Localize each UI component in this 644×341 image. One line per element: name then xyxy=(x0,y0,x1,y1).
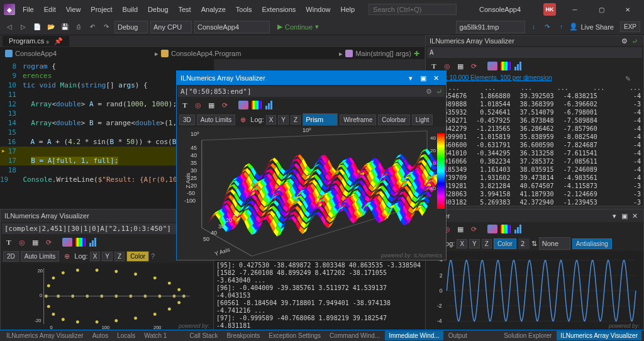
redo-icon[interactable]: ↷ xyxy=(101,21,112,33)
menu-debug[interactable]: Debug xyxy=(143,3,173,16)
gear-icon[interactable]: ⚙ xyxy=(426,87,432,96)
value-table[interactable]: ..................-40.5546761.86688039.3… xyxy=(426,82,643,206)
reset-icon[interactable]: ⤾ xyxy=(630,37,640,45)
wireframe-button[interactable]: Wireframe xyxy=(340,115,376,125)
bottom-tab[interactable]: Output xyxy=(445,331,471,340)
platform-select[interactable]: Any CPU xyxy=(150,21,192,33)
live-share-button[interactable]: 👤 Live Share xyxy=(569,23,614,31)
refresh-icon[interactable]: ⟳ xyxy=(468,223,479,235)
help-icon[interactable]: ? xyxy=(151,252,155,260)
close-button[interactable]: ✕ xyxy=(615,2,640,17)
save-all-icon[interactable]: ⎙ xyxy=(73,21,84,33)
axis-y-button[interactable]: Y xyxy=(102,252,113,261)
crosshair-icon[interactable]: ⊕ xyxy=(237,114,248,125)
grid-icon[interactable]: ▦ xyxy=(455,60,466,72)
limits-link[interactable]: Limits: 10,000 Elements, 100 per dimensi… xyxy=(426,73,643,82)
axis-x-button[interactable]: X xyxy=(90,252,101,261)
axis-x-button[interactable]: X xyxy=(457,239,467,249)
menu-help[interactable]: Help xyxy=(335,3,360,16)
dropdown-icon[interactable]: ▾ xyxy=(609,212,619,220)
pin-icon[interactable]: ▣ xyxy=(619,212,630,220)
bottom-tab[interactable]: Immediate Wind... xyxy=(385,331,443,340)
bars-icon[interactable] xyxy=(88,237,99,248)
edit-icon[interactable]: ✎ xyxy=(625,75,631,83)
bottom-tab[interactable]: Breakpoints xyxy=(223,331,264,340)
width-input[interactable] xyxy=(518,238,530,249)
close-icon[interactable]: ✕ xyxy=(430,74,442,82)
line-chart[interactable]: 4 2 0 -2 -4 powered by: xyxy=(426,251,643,330)
menu-window[interactable]: Window xyxy=(301,3,335,16)
menu-view[interactable]: View xyxy=(61,3,86,16)
menu-test[interactable]: Test xyxy=(174,3,196,16)
menu-tools[interactable]: Tools xyxy=(231,3,257,16)
reset-icon[interactable]: ⤾ xyxy=(436,87,442,96)
new-file-icon[interactable]: 📄 xyxy=(31,21,43,33)
refresh-icon[interactable]: ⟳ xyxy=(43,237,54,248)
config-select[interactable]: Debug xyxy=(114,21,148,33)
menu-file[interactable]: File xyxy=(18,3,39,16)
save-icon[interactable]: 💾 xyxy=(59,21,70,33)
step-out-icon[interactable]: ↑ xyxy=(555,21,567,33)
expression-input[interactable] xyxy=(178,86,445,97)
light-button[interactable]: Light xyxy=(412,115,433,125)
menu-project[interactable]: Project xyxy=(86,3,117,16)
menu-edit[interactable]: Edit xyxy=(39,3,61,16)
surface-icon[interactable] xyxy=(487,223,498,235)
axis-z-button[interactable]: Z xyxy=(114,252,125,261)
target-icon[interactable]: ◎ xyxy=(16,237,28,248)
search-input[interactable] xyxy=(369,4,457,15)
surface-icon[interactable] xyxy=(487,60,498,72)
axis-z-button[interactable]: Z xyxy=(291,115,301,125)
bottom-tab[interactable]: Watch 1 xyxy=(140,331,170,340)
bars-icon[interactable] xyxy=(264,99,275,111)
color-button[interactable]: Color xyxy=(494,238,516,249)
dropdown-icon[interactable]: ▾ xyxy=(404,74,417,82)
step-into-icon[interactable]: ↓ xyxy=(528,21,539,33)
bottom-tab[interactable]: ILNumerics Array Visualizer xyxy=(557,331,641,340)
refresh-icon[interactable]: ⟳ xyxy=(468,60,479,72)
undo-icon[interactable]: ↶ xyxy=(87,21,98,33)
color-button[interactable]: Color xyxy=(126,251,149,262)
refresh-icon[interactable]: ⟳ xyxy=(219,99,230,111)
immediate-window[interactable]: [95]: 0.427530 -38.489872 3.803348 40.86… xyxy=(214,260,425,331)
bottom-tab[interactable]: Autos xyxy=(89,331,113,340)
bottom-tab[interactable]: ILNumerics Array Visualizer xyxy=(3,331,87,340)
nav-fwd-icon[interactable]: ▷ xyxy=(18,21,29,33)
auto-limits-button[interactable]: Auto Limits xyxy=(21,251,59,262)
grid-icon[interactable]: ▦ xyxy=(30,237,41,248)
step-over-icon[interactable]: ↷ xyxy=(541,21,553,33)
colormap-icon[interactable] xyxy=(251,99,262,111)
target-icon[interactable]: ◎ xyxy=(192,99,204,111)
expression-input[interactable] xyxy=(427,47,642,58)
gear-icon[interactable]: ⚙ xyxy=(619,37,630,45)
bottom-tab[interactable]: Locals xyxy=(113,331,139,340)
mode-2d-button[interactable]: 2D xyxy=(3,251,19,262)
marker-select[interactable]: None xyxy=(539,237,570,250)
axis-y-button[interactable]: Y xyxy=(469,239,480,249)
axis-z-button[interactable]: Z xyxy=(482,239,492,249)
surface-icon[interactable] xyxy=(62,237,73,248)
scatter-chart[interactable]: 20 0 -20 0 100 200 powered by: xyxy=(1,263,213,330)
axis-x-button[interactable]: X xyxy=(266,115,277,125)
text-icon[interactable]: T xyxy=(3,237,14,248)
mode-3d-button[interactable]: 3D xyxy=(179,115,195,125)
open-icon[interactable]: 📂 xyxy=(45,21,57,33)
floating-titlebar[interactable]: ILNumerics Array Visualizer ▾ ▣ ✕ xyxy=(177,71,446,85)
colormap-icon[interactable] xyxy=(500,60,511,72)
project-select[interactable]: ConsoleApp4 xyxy=(194,21,270,33)
colorbar-button[interactable]: Colorbar xyxy=(378,115,409,125)
colormap-select[interactable]: Prism xyxy=(303,113,338,126)
grid-icon[interactable]: ▦ xyxy=(206,99,217,111)
crosshair-icon[interactable]: ⊕ xyxy=(61,250,72,262)
grid-icon[interactable]: ▦ xyxy=(455,223,466,235)
antialiasing-button[interactable]: Antialiasing xyxy=(572,238,612,249)
tab-program-cs[interactable]: Program.cs ⁎ 📌 xyxy=(3,36,69,47)
pin-icon[interactable]: 📌 xyxy=(54,37,63,45)
bottom-tab[interactable]: Call Stack xyxy=(186,331,221,340)
menu-analyze[interactable]: Analyze xyxy=(196,3,231,16)
bottom-tab[interactable]: Solution Explorer xyxy=(500,331,555,340)
bars-icon[interactable] xyxy=(513,60,525,72)
bottom-tab[interactable]: Command Wind... xyxy=(326,331,384,340)
menu-build[interactable]: Build xyxy=(118,3,143,16)
add-icon[interactable]: ✚ xyxy=(414,50,419,58)
